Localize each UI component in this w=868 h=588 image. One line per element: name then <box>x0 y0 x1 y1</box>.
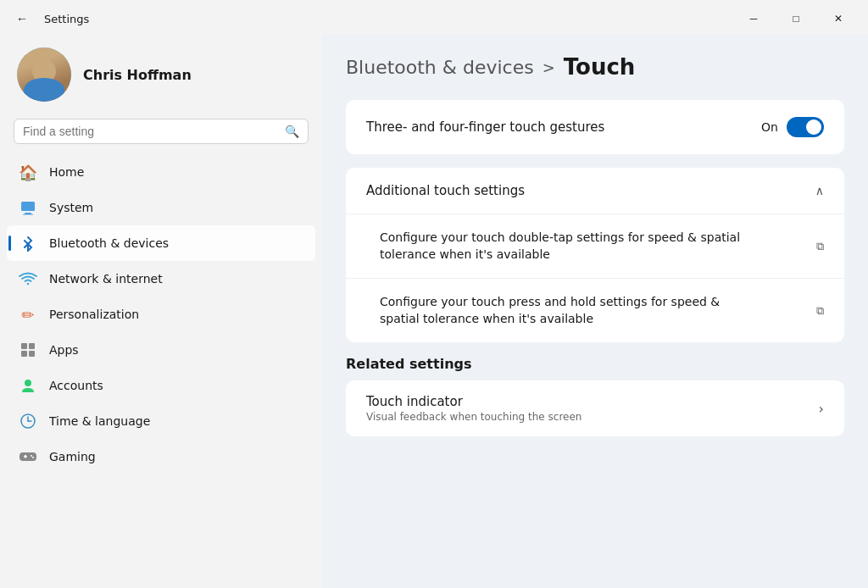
sidebar-item-apps[interactable]: Apps <box>7 332 315 368</box>
search-box: 🔍 <box>14 119 309 144</box>
three-finger-card: Three- and four-finger touch gestures On <box>346 100 844 154</box>
double-tap-text: Configure your touch double-tap settings… <box>380 230 757 263</box>
sidebar-item-accounts[interactable]: Accounts <box>7 368 315 403</box>
touch-indicator-title: Touch indicator <box>366 394 581 409</box>
svg-rect-6 <box>29 351 35 357</box>
three-finger-row: Three- and four-finger touch gestures On <box>346 100 844 154</box>
svg-rect-2 <box>23 214 33 215</box>
three-finger-label: Three- and four-finger touch gestures <box>366 119 604 135</box>
search-input[interactable] <box>23 125 278 138</box>
app-body: Chris Hoffman 🔍 🏠 Home <box>0 34 868 588</box>
svg-rect-4 <box>29 343 35 349</box>
network-icon <box>19 269 37 288</box>
sidebar-item-label: Network & internet <box>49 272 163 286</box>
user-name: Chris Hoffman <box>83 67 192 83</box>
sidebar-item-time[interactable]: Time & language <box>7 403 315 439</box>
svg-rect-5 <box>21 351 27 357</box>
title-bar-left: ← Settings <box>10 7 89 31</box>
related-settings-section: Related settings Touch indicator Visual … <box>346 356 844 436</box>
apps-icon <box>19 341 37 359</box>
close-button[interactable]: ✕ <box>819 5 858 32</box>
app-title: Settings <box>44 13 89 25</box>
sidebar-item-label: Apps <box>49 343 79 357</box>
additional-touch-title: Additional touch settings <box>366 183 525 198</box>
svg-point-15 <box>32 457 34 458</box>
svg-rect-13 <box>25 455 26 458</box>
sidebar-item-label: Accounts <box>49 379 103 392</box>
minimize-button[interactable]: ─ <box>734 5 773 32</box>
press-hold-text: Configure your touch press and hold sett… <box>380 294 757 327</box>
related-settings-title: Related settings <box>346 356 844 372</box>
gaming-icon <box>19 447 37 466</box>
back-button[interactable]: ← <box>10 7 34 31</box>
svg-rect-11 <box>19 452 36 461</box>
double-tap-settings-item[interactable]: Configure your touch double-tap settings… <box>346 214 844 279</box>
svg-rect-0 <box>21 202 35 211</box>
sidebar: Chris Hoffman 🔍 🏠 Home <box>0 34 322 588</box>
content-area: Bluetooth & devices > Touch Three- and f… <box>322 34 868 588</box>
svg-point-7 <box>25 380 31 386</box>
user-profile: Chris Hoffman <box>0 34 322 119</box>
chevron-right-icon: › <box>819 401 824 417</box>
avatar-image <box>17 47 71 102</box>
maximize-button[interactable]: □ <box>776 5 815 32</box>
toggle-right: On <box>761 117 824 137</box>
sidebar-item-label: Personalization <box>49 308 139 321</box>
breadcrumb-current: Touch <box>564 54 636 80</box>
sidebar-item-personalization[interactable]: ✏️ Personalization <box>7 297 315 332</box>
sidebar-item-bluetooth[interactable]: Bluetooth & devices <box>7 225 315 261</box>
additional-touch-card: Additional touch settings ∧ Configure yo… <box>346 168 844 342</box>
sidebar-item-label: Gaming <box>49 450 96 463</box>
window-controls: ─ □ ✕ <box>734 5 858 32</box>
sidebar-item-label: System <box>49 201 93 214</box>
title-bar: ← Settings ─ □ ✕ <box>0 0 868 34</box>
external-link-icon-2: ⧉ <box>816 304 824 318</box>
breadcrumb-separator: > <box>542 58 555 76</box>
avatar <box>17 47 71 102</box>
nav-list: 🏠 Home System B <box>0 154 322 474</box>
touch-indicator-subtitle: Visual feedback when touching the screen <box>366 411 581 423</box>
toggle-status: On <box>761 120 778 134</box>
external-link-icon-1: ⧉ <box>816 240 824 253</box>
system-icon <box>19 198 37 217</box>
personalization-icon: ✏️ <box>19 305 37 324</box>
press-hold-settings-item[interactable]: Configure your touch press and hold sett… <box>346 279 844 342</box>
svg-point-14 <box>31 455 32 457</box>
breadcrumb-parent: Bluetooth & devices <box>346 57 534 78</box>
sidebar-item-network[interactable]: Network & internet <box>7 261 315 297</box>
bluetooth-icon <box>19 234 37 252</box>
svg-rect-3 <box>21 343 27 349</box>
chevron-up-icon: ∧ <box>815 184 824 197</box>
accounts-icon <box>19 376 37 395</box>
sidebar-item-label: Home <box>49 165 84 179</box>
sidebar-item-label: Bluetooth & devices <box>49 236 169 250</box>
breadcrumb: Bluetooth & devices > Touch <box>346 54 844 80</box>
home-icon: 🏠 <box>19 163 37 181</box>
sidebar-item-home[interactable]: 🏠 Home <box>7 154 315 190</box>
touch-indicator-info: Touch indicator Visual feedback when tou… <box>366 394 581 423</box>
sidebar-item-system[interactable]: System <box>7 190 315 225</box>
time-icon <box>19 412 37 430</box>
sidebar-item-label: Time & language <box>49 414 150 428</box>
search-container: 🔍 <box>0 119 322 154</box>
touch-indicator-row[interactable]: Touch indicator Visual feedback when tou… <box>346 380 844 436</box>
three-finger-toggle[interactable] <box>787 117 824 137</box>
touch-indicator-card: Touch indicator Visual feedback when tou… <box>346 380 844 436</box>
sidebar-item-gaming[interactable]: Gaming <box>7 439 315 474</box>
search-icon: 🔍 <box>285 125 299 138</box>
additional-touch-header[interactable]: Additional touch settings ∧ <box>346 168 844 214</box>
